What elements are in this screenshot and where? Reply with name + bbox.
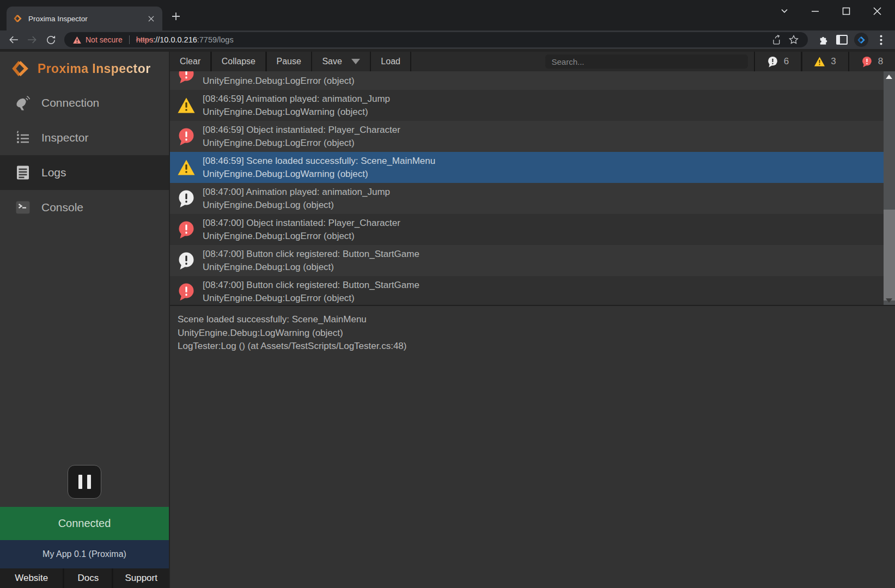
sidebar-item-label: Connection [41, 96, 99, 109]
log-row[interactable]: UnityEngine.Debug:LogError (object) [170, 71, 884, 90]
log-stack: UnityEngine.Debug:LogWarning (object) [203, 107, 368, 117]
search-input[interactable] [545, 54, 748, 69]
app-info-banner: My App 0.1 (Proxima) [0, 540, 169, 568]
log-row[interactable]: [08:47:00] Button click registered: Butt… [170, 276, 884, 305]
pause-button[interactable]: Pause [267, 52, 311, 71]
log-message: [08:47:00] Animation played: animation_J… [203, 187, 390, 197]
warning-triangle-icon [814, 56, 825, 68]
url-scheme: https [136, 35, 153, 44]
sidebar-item-label: Console [41, 201, 83, 214]
log-message: [08:46:59] Animation played: animation_J… [203, 94, 390, 104]
sidebar-item-connection[interactable]: Connection [0, 85, 169, 120]
browser-tab[interactable]: Proxima Inspector [7, 7, 162, 30]
not-secure-warning-icon [72, 36, 82, 44]
sidebar: Proxima Inspector Connection [0, 52, 169, 588]
tab-close-icon[interactable] [146, 14, 156, 23]
extensions-puzzle-icon[interactable] [812, 32, 832, 48]
browser-actions [812, 32, 891, 48]
log-type-icon [177, 127, 196, 146]
not-secure-label[interactable]: Not secure [86, 35, 123, 44]
save-label: Save [322, 57, 342, 66]
tab-search-chevron-icon[interactable] [769, 1, 800, 21]
sidebar-item-inspector[interactable]: Inspector [0, 120, 169, 155]
pause-icon [78, 475, 82, 489]
log-message: [08:47:00] Button click registered: Butt… [203, 249, 419, 259]
share-icon[interactable] [768, 33, 785, 47]
error-count-badge[interactable]: 8 [849, 52, 895, 71]
close-window-button[interactable] [862, 1, 893, 21]
proxima-favicon-icon [13, 14, 23, 23]
save-button[interactable]: Save [312, 52, 369, 71]
url-host: ://10.0.0.216 [153, 35, 197, 44]
tab-title: Proxima Inspector [28, 15, 141, 23]
warning-count-badge[interactable]: 3 [802, 52, 848, 71]
log-stack: UnityEngine.Debug:LogError (object) [203, 138, 355, 148]
log-message: [08:46:59] Scene loaded successfully: Sc… [203, 156, 435, 166]
footer-link-support[interactable]: Support [113, 568, 169, 588]
log-row[interactable]: [08:47:00] Object instantiated: Player_C… [170, 214, 884, 245]
sidebar-item-logs[interactable]: Logs [0, 155, 169, 190]
omnibox-divider [129, 35, 130, 44]
log-type-icon [177, 252, 196, 270]
connection-status-banner: Connected [0, 507, 169, 540]
new-tab-button[interactable] [168, 8, 184, 24]
profile-avatar[interactable] [851, 32, 871, 48]
log-type-icon [177, 96, 196, 115]
load-button[interactable]: Load [371, 52, 410, 71]
brand: Proxima Inspector [0, 52, 169, 85]
log-stack: UnityEngine.Debug:LogError (object) [203, 293, 355, 303]
log-row[interactable]: [08:47:00] Animation played: animation_J… [170, 183, 884, 214]
sidebar-item-label: Inspector [41, 131, 88, 144]
minimize-button[interactable] [800, 1, 831, 21]
list-icon [15, 130, 31, 146]
pause-stream-button[interactable] [68, 465, 101, 499]
save-dropdown-caret-icon[interactable] [351, 59, 360, 64]
log-type-icon [177, 220, 196, 239]
maximize-button[interactable] [831, 1, 862, 21]
back-button[interactable] [4, 32, 23, 48]
address-bar[interactable]: Not secure https://10.0.0.216:7759/logs [64, 32, 808, 47]
url-path: :7759/logs [197, 35, 234, 44]
scroll-up-arrow-icon[interactable] [886, 75, 892, 79]
bookmark-star-icon[interactable] [785, 33, 802, 47]
proxima-logo-icon [11, 59, 31, 78]
log-message: [08:47:00] Button click registered: Butt… [203, 280, 419, 290]
info-count-badge[interactable]: 6 [755, 52, 801, 71]
clear-button[interactable]: Clear [170, 52, 210, 71]
log-message: [08:46:59] Object instantiated: Player_C… [203, 125, 400, 135]
window-controls [769, 1, 893, 21]
detail-line-stack: UnityEngine.Debug:LogWarning (object) [178, 327, 884, 340]
log-row[interactable]: [08:46:59] Animation played: animation_J… [170, 90, 884, 121]
log-row-selected[interactable]: [08:46:59] Scene loaded successfully: Sc… [170, 152, 884, 183]
logs-toolbar: Clear Collapse Pause Save Load 6 [170, 52, 895, 71]
log-row[interactable]: [08:46:59] Object instantiated: Player_C… [170, 121, 884, 152]
reload-button[interactable] [41, 32, 60, 48]
log-type-icon [177, 71, 196, 84]
side-panel-icon[interactable] [832, 32, 851, 48]
error-bubble-icon [861, 56, 873, 68]
info-bubble-icon [767, 56, 778, 68]
log-type-icon [177, 158, 196, 177]
error-count: 8 [878, 56, 883, 67]
footer-link-docs[interactable]: Docs [64, 568, 112, 588]
browser-tabstrip: Proxima Inspector [0, 0, 895, 30]
satellite-dish-icon [15, 95, 31, 111]
url-text: https://10.0.0.216:7759/logs [136, 35, 234, 44]
brand-title: Proxima Inspector [38, 62, 150, 76]
log-list: UnityEngine.Debug:LogError (object) [08:… [170, 71, 895, 305]
scrollbar-thumb[interactable] [884, 210, 895, 301]
log-detail-panel: Scene loaded successfully: Scene_MainMen… [170, 306, 895, 588]
forward-button[interactable] [23, 32, 41, 48]
log-row[interactable]: [08:47:00] Button click registered: Butt… [170, 245, 884, 276]
menu-kebab-icon[interactable] [871, 32, 891, 48]
log-scrollbar[interactable] [884, 71, 895, 305]
footer-link-website[interactable]: Website [0, 568, 63, 588]
scroll-down-arrow-icon[interactable] [886, 298, 892, 303]
log-stack: UnityEngine.Debug:LogError (object) [203, 76, 355, 86]
detail-line-source: LogTester:Log () (at Assets/TestScripts/… [178, 340, 884, 353]
info-count: 6 [784, 56, 789, 67]
sidebar-item-console[interactable]: Console [0, 190, 169, 225]
page-content: Proxima Inspector Connection [0, 49, 895, 588]
collapse-button[interactable]: Collapse [212, 52, 265, 71]
log-stack: UnityEngine.Debug:Log (object) [203, 262, 334, 272]
